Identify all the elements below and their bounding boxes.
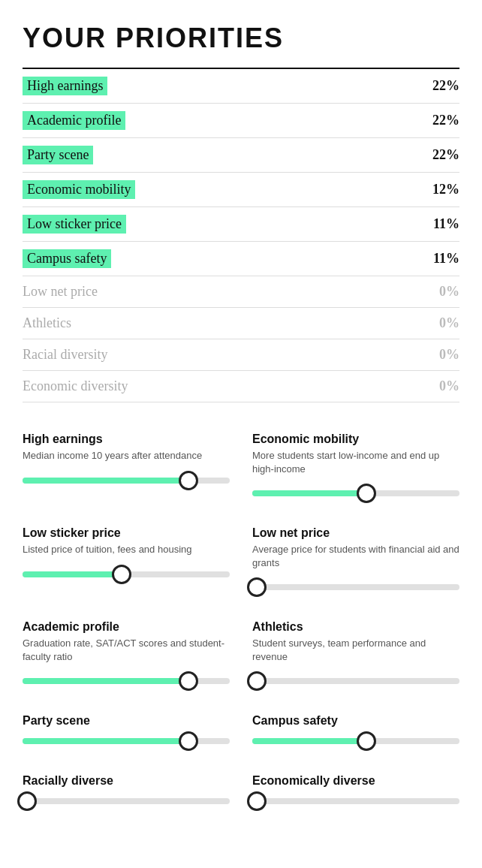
- priority-highlight: Economic mobility: [23, 180, 135, 199]
- priority-label: Racial diversity: [23, 347, 422, 363]
- slider-fill: [252, 490, 366, 496]
- slider-thumb[interactable]: [247, 671, 267, 691]
- priority-pct: 22%: [422, 147, 459, 163]
- slider-title: Low sticker price: [23, 526, 230, 540]
- slider-track: [252, 584, 459, 590]
- slider-title: High earnings: [23, 432, 230, 446]
- priority-label: High earnings: [23, 77, 422, 95]
- slider-track: [23, 798, 230, 804]
- slider-card-high-earnings: High earningsMedian income 10 years afte…: [23, 432, 230, 504]
- slider-card-racially-diverse: Racially diverse: [23, 774, 230, 812]
- slider-desc: More students start low-income and end u…: [252, 449, 459, 475]
- slider-track: [23, 738, 230, 744]
- slider-desc: Graduation rate, SAT/ACT scores and stud…: [23, 637, 230, 663]
- priority-row: Athletics0%: [23, 308, 459, 339]
- slider-card-academic-profile: Academic profileGraduation rate, SAT/ACT…: [23, 620, 230, 692]
- page-title: YOUR PRIORITIES: [23, 23, 459, 54]
- slider-title: Low net price: [252, 526, 459, 540]
- priority-pct: 0%: [422, 315, 459, 331]
- priority-label: Low net price: [23, 284, 422, 300]
- priority-row: Low sticker price11%: [23, 207, 459, 242]
- slider-card-party-scene: Party scene: [23, 714, 230, 752]
- priority-highlight: High earnings: [23, 77, 107, 95]
- page-wrapper: YOUR PRIORITIES High earnings22%Academic…: [0, 0, 482, 842]
- sliders-grid: High earningsMedian income 10 years afte…: [23, 432, 459, 812]
- priority-highlight: Campus safety: [23, 249, 111, 268]
- slider-title: Athletics: [252, 620, 459, 634]
- slider-fill: [23, 478, 188, 484]
- priority-label: Economic diversity: [23, 378, 422, 394]
- priority-label: Economic mobility: [23, 180, 422, 199]
- priority-pct: 11%: [422, 216, 459, 232]
- slider-fill: [23, 678, 188, 684]
- priority-highlight: Low sticker price: [23, 215, 126, 234]
- priority-pct: 0%: [422, 378, 459, 394]
- priority-label: Campus safety: [23, 249, 422, 268]
- slider-track-wrap[interactable]: [23, 564, 230, 585]
- priority-row: Economic mobility12%: [23, 173, 459, 207]
- priority-pct: 22%: [422, 78, 459, 94]
- slider-thumb[interactable]: [179, 471, 198, 490]
- slider-thumb[interactable]: [179, 731, 198, 751]
- priority-pct: 0%: [422, 347, 459, 363]
- priority-row: Economic diversity0%: [23, 371, 459, 402]
- priority-row: Racial diversity0%: [23, 339, 459, 371]
- priority-pct: 11%: [422, 251, 459, 267]
- slider-thumb[interactable]: [357, 731, 376, 751]
- slider-title: Campus safety: [252, 714, 459, 728]
- slider-desc: Average price for students with financia…: [252, 543, 459, 569]
- slider-thumb[interactable]: [17, 791, 37, 811]
- slider-track-wrap[interactable]: [252, 577, 459, 598]
- slider-track-wrap[interactable]: [252, 671, 459, 692]
- slider-track: [252, 678, 459, 684]
- slider-track: [23, 678, 230, 684]
- slider-desc: Student surveys, team performance and re…: [252, 637, 459, 663]
- slider-card-economically-diverse: Economically diverse: [252, 774, 459, 812]
- priority-label: Low sticker price: [23, 215, 422, 234]
- slider-track-wrap[interactable]: [252, 483, 459, 504]
- slider-title: Economically diverse: [252, 774, 459, 788]
- slider-track: [252, 490, 459, 496]
- priority-row: Low net price0%: [23, 276, 459, 308]
- slider-track-wrap[interactable]: [23, 791, 230, 812]
- slider-card-low-net-price: Low net priceAverage price for students …: [252, 526, 459, 598]
- slider-card-low-sticker-price: Low sticker priceListed price of tuition…: [23, 526, 230, 598]
- priority-pct: 0%: [422, 284, 459, 300]
- slider-card-economic-mobility: Economic mobilityMore students start low…: [252, 432, 459, 504]
- slider-thumb[interactable]: [247, 577, 267, 597]
- slider-thumb[interactable]: [112, 565, 131, 584]
- slider-track-wrap[interactable]: [23, 671, 230, 692]
- slider-track-wrap[interactable]: [252, 791, 459, 812]
- slider-title: Party scene: [23, 714, 230, 728]
- slider-card-campus-safety: Campus safety: [252, 714, 459, 752]
- slider-track-wrap[interactable]: [252, 731, 459, 752]
- slider-thumb[interactable]: [247, 791, 267, 811]
- priority-list: High earnings22%Academic profile22%Party…: [23, 69, 459, 402]
- slider-track-wrap[interactable]: [23, 731, 230, 752]
- priority-highlight: Academic profile: [23, 111, 125, 130]
- slider-fill: [23, 738, 188, 744]
- priority-row: High earnings22%: [23, 69, 459, 104]
- slider-track-wrap[interactable]: [23, 470, 230, 491]
- priority-row: Campus safety11%: [23, 242, 459, 276]
- priority-pct: 12%: [422, 182, 459, 197]
- slider-card-athletics: AthleticsStudent surveys, team performan…: [252, 620, 459, 692]
- slider-thumb[interactable]: [179, 671, 198, 691]
- priority-pct: 22%: [422, 113, 459, 128]
- slider-title: Racially diverse: [23, 774, 230, 788]
- slider-thumb[interactable]: [357, 484, 376, 503]
- priority-label: Party scene: [23, 146, 422, 164]
- slider-track: [23, 478, 230, 484]
- slider-fill: [252, 738, 366, 744]
- slider-track: [252, 738, 459, 744]
- priority-label: Academic profile: [23, 111, 422, 130]
- priority-row: Party scene22%: [23, 138, 459, 173]
- slider-title: Academic profile: [23, 620, 230, 634]
- priority-label: Athletics: [23, 315, 422, 331]
- slider-title: Economic mobility: [252, 432, 459, 446]
- slider-desc: Median income 10 years after attendance: [23, 449, 230, 463]
- priority-highlight: Party scene: [23, 146, 93, 164]
- slider-fill: [23, 571, 122, 577]
- priority-row: Academic profile22%: [23, 104, 459, 138]
- slider-desc: Listed price of tuition, fees and housin…: [23, 543, 230, 556]
